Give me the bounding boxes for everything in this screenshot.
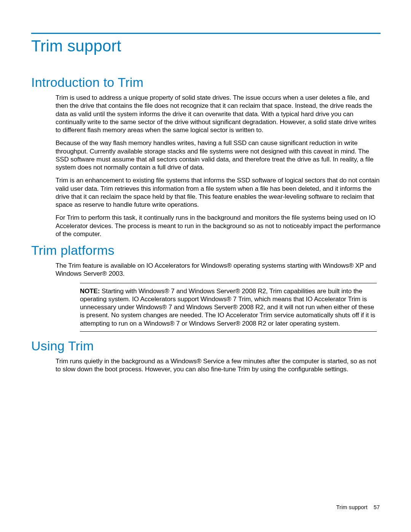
note-block: NOTE: Starting with Windows® 7 and Windo… — [80, 283, 377, 332]
paragraph: Trim is used to address a unique propert… — [56, 94, 381, 134]
paragraph: Trim is an enhancement to existing file … — [56, 176, 381, 209]
intro-body: Trim is used to address a unique propert… — [56, 94, 381, 238]
paragraph: Because of the way flash memory handles … — [56, 139, 381, 171]
using-body: Trim runs quietly in the background as a… — [56, 357, 381, 374]
top-rule — [31, 33, 381, 34]
paragraph: Trim runs quietly in the background as a… — [56, 357, 381, 374]
note-body: Starting with Windows® 7 and Windows Ser… — [80, 288, 375, 327]
section-heading-using: Using Trim — [31, 339, 381, 353]
section-heading-intro: Introduction to Trim — [31, 75, 381, 90]
note-label: NOTE: — [80, 288, 100, 295]
page-footer: Trim support57 — [336, 504, 380, 510]
section-heading-platforms: Trim platforms — [31, 243, 381, 258]
footer-text: Trim support — [336, 504, 368, 510]
paragraph: The Trim feature is available on IO Acce… — [56, 262, 381, 278]
paragraph: For Trim to perform this task, it contin… — [56, 214, 381, 238]
note-text: NOTE: Starting with Windows® 7 and Windo… — [80, 287, 377, 328]
platforms-body: The Trim feature is available on IO Acce… — [56, 262, 381, 278]
page: Trim support Introduction to Trim Trim i… — [0, 0, 411, 532]
chapter-title: Trim support — [31, 37, 381, 55]
page-number: 57 — [374, 504, 380, 510]
